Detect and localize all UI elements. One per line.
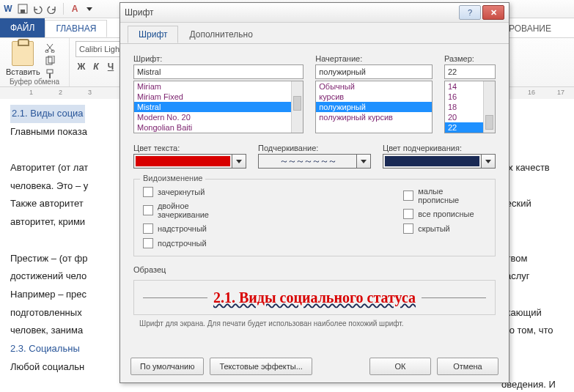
list-item[interactable]: Mongolian Baiti — [134, 122, 303, 133]
scrollbar[interactable] — [291, 81, 303, 133]
effects-group: Видоизменение зачеркнутый двойное зачерк… — [133, 179, 496, 256]
cancel-button[interactable]: Отмена — [437, 358, 498, 375]
style-label: Начертание: — [315, 54, 433, 63]
list-item[interactable]: Обычный — [316, 81, 432, 92]
font-input[interactable] — [133, 64, 303, 79]
dialog-title: Шрифт — [125, 7, 459, 18]
style-input[interactable] — [315, 64, 433, 79]
text-color-combo[interactable] — [133, 154, 246, 169]
style-list[interactable]: Обычный курсив полужирный полужирный кур… — [315, 81, 433, 133]
size-label: Размер: — [444, 54, 496, 63]
file-tab[interactable]: ФАЙЛ — [0, 18, 45, 37]
scrollbar[interactable] — [483, 81, 495, 133]
underline-style-label: Подчеркивание: — [258, 144, 371, 152]
ok-button[interactable]: ОК — [369, 358, 431, 375]
superscript-checkbox[interactable]: надстрочный — [143, 223, 242, 234]
home-tab[interactable]: ГЛАВНАЯ — [45, 20, 107, 37]
chevron-down-icon[interactable] — [232, 154, 246, 169]
redo-icon[interactable] — [47, 4, 57, 14]
underline-color-combo[interactable] — [383, 154, 496, 169]
cut-icon[interactable] — [45, 42, 55, 53]
chevron-down-icon[interactable] — [482, 154, 496, 169]
qat-dropdown-icon[interactable] — [84, 4, 95, 14]
underline-button[interactable]: Ч — [105, 62, 117, 72]
list-item[interactable]: Mistral — [134, 102, 303, 112]
sample-note: Шрифт для экрана. Для печати будет испол… — [133, 319, 496, 328]
font-color-icon[interactable]: A — [70, 4, 80, 14]
underline-style-combo[interactable]: ～～～～～～～ — [258, 154, 371, 169]
copy-icon[interactable] — [45, 56, 55, 66]
chevron-down-icon[interactable] — [357, 154, 371, 169]
allcaps-checkbox[interactable]: все прописные — [403, 209, 486, 219]
italic-button[interactable]: К — [90, 62, 102, 72]
sample-label: Образец — [133, 265, 496, 274]
font-label: Шрифт: — [133, 54, 303, 63]
bold-button[interactable]: Ж — [76, 62, 87, 72]
doc-heading: 2.1. Виды социа — [10, 105, 85, 123]
tab-font[interactable]: Шрифт — [128, 26, 178, 43]
sample-preview: 2.1. Виды социального статуса — [133, 280, 496, 315]
undo-icon[interactable] — [32, 4, 43, 14]
subscript-checkbox[interactable]: подстрочный — [143, 238, 242, 248]
close-button[interactable]: ✕ — [482, 5, 504, 20]
svg-rect-6 — [47, 70, 53, 73]
clipboard-group: Вставить Буфер обмена — [0, 38, 70, 86]
tab-advanced[interactable]: Дополнительно — [178, 26, 263, 43]
paste-button[interactable]: Вставить — [6, 41, 40, 79]
help-button[interactable]: ? — [459, 5, 481, 20]
list-item[interactable]: Modern No. 20 — [134, 112, 303, 122]
list-item[interactable]: Miriam — [134, 81, 303, 92]
list-item[interactable]: полужирный — [316, 102, 432, 112]
default-button[interactable]: По умолчанию — [130, 358, 204, 375]
save-icon[interactable] — [18, 4, 28, 14]
size-input[interactable] — [444, 64, 496, 79]
double-strike-checkbox[interactable]: двойное зачеркивание — [143, 201, 242, 219]
list-item[interactable]: Miriam Fixed — [134, 92, 303, 102]
list-item[interactable]: полужирный курсив — [316, 112, 432, 122]
svg-rect-1 — [21, 10, 25, 13]
list-item[interactable]: курсив — [316, 92, 432, 102]
underline-color-label: Цвет подчеркивания: — [383, 144, 496, 152]
size-list[interactable]: 14 16 18 20 22 — [444, 81, 496, 133]
smallcaps-checkbox[interactable]: малые прописные — [403, 187, 486, 204]
dialog-titlebar[interactable]: Шрифт ? ✕ — [120, 3, 509, 23]
text-effects-button[interactable]: Текстовые эффекты... — [210, 358, 312, 375]
dialog-tabs: Шрифт Дополнительно — [120, 23, 509, 44]
word-icon: W — [3, 4, 13, 14]
strike-checkbox[interactable]: зачеркнутый — [143, 187, 242, 197]
font-list[interactable]: Miriam Miriam Fixed Mistral Modern No. 2… — [133, 81, 303, 133]
text-color-label: Цвет текста: — [133, 144, 246, 152]
hidden-checkbox[interactable]: скрытый — [403, 223, 486, 234]
font-dialog: Шрифт ? ✕ Шрифт Дополнительно Шрифт: Mir… — [119, 2, 509, 383]
